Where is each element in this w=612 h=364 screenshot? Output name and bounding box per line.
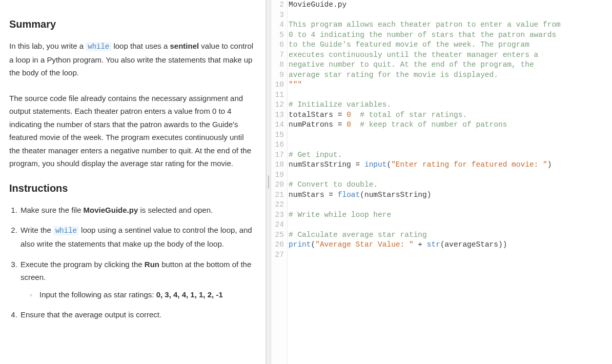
code-token: negative number to quit. At the end of t… [289, 60, 534, 69]
line-number: 3 [271, 10, 284, 21]
code-token: executes continuously until the theater … [289, 51, 538, 59]
code-line[interactable] [289, 250, 612, 260]
code-token: ( [311, 240, 316, 249]
line-number: 17 [271, 150, 284, 160]
instruction-step-3: Execute the program by clicking the Run … [19, 258, 255, 301]
code-line[interactable] [289, 130, 612, 140]
line-number: 6 [271, 40, 284, 50]
line-number: 24 [271, 220, 284, 230]
line-number: 18 [271, 160, 284, 170]
step1-filename: MovieGuide.py [84, 206, 138, 214]
code-line[interactable]: executes continuously until the theater … [289, 50, 612, 60]
code-line[interactable]: numStars = float(numStarsString) [289, 190, 612, 200]
line-number: 15 [271, 130, 284, 140]
code-token: ) [547, 160, 552, 169]
line-number: 2 [271, 0, 284, 10]
line-number-gutter: 2345678910111213141516171819202122232425… [271, 0, 288, 364]
line-number: 20 [271, 180, 284, 190]
code-token: input [364, 160, 387, 169]
code-token: 0 [346, 120, 351, 129]
code-line[interactable]: average star rating for the movie is dis… [289, 70, 612, 80]
line-number: 26 [271, 240, 284, 250]
code-token: = [356, 160, 364, 169]
line-number: 12 [271, 100, 284, 110]
step2-while-code: while [53, 226, 79, 235]
code-line[interactable]: # Get input. [289, 150, 612, 160]
code-line[interactable]: # Calculate average star rating [289, 230, 612, 240]
code-line[interactable] [289, 200, 612, 210]
line-number: 10 [271, 80, 284, 90]
code-token: "Average Star Value: " [315, 240, 413, 249]
line-number: 23 [271, 210, 284, 220]
code-line[interactable]: # Convert to double. [289, 180, 612, 190]
line-number: 27 [271, 250, 284, 260]
code-token: MovieGuide.py [289, 1, 346, 9]
instruction-step-2: Write the while loop using a sentinel va… [19, 224, 255, 250]
code-token: This program allows each theater patron … [289, 21, 561, 29]
line-number: 14 [271, 120, 284, 130]
code-token: + [414, 240, 427, 249]
code-token [351, 120, 360, 129]
grip-icon [268, 175, 269, 189]
step3-run-bold: Run [145, 260, 159, 269]
code-line[interactable] [289, 10, 612, 21]
code-token: 0 to 4 indicating the number of stars th… [289, 31, 556, 39]
code-line[interactable]: # Initialize variables. [289, 100, 612, 110]
code-line[interactable]: numPatrons = 0 # keep track of number of… [289, 120, 612, 130]
code-line[interactable] [289, 140, 612, 150]
code-token: totalStars [289, 111, 338, 119]
code-line[interactable]: print("Average Star Value: " + str(avera… [289, 240, 612, 250]
code-token: numStarsString [364, 191, 427, 199]
step3-subitem: Input the following as star ratings: 0, … [30, 288, 255, 301]
line-number: 13 [271, 110, 284, 120]
code-line[interactable] [289, 90, 612, 100]
step1-a: Make sure the file [21, 206, 84, 214]
step2-a: Write the [21, 226, 53, 234]
summary-paragraph-1: In this lab, you write a while loop that… [9, 39, 255, 79]
line-number: 22 [271, 200, 284, 210]
code-line[interactable]: """ [289, 80, 612, 90]
code-line[interactable]: totalStars = 0 # total of star ratings. [289, 110, 612, 120]
line-number: 19 [271, 170, 284, 180]
code-content[interactable]: MovieGuide.py This program allows each t… [288, 0, 612, 364]
line-number: 4 [271, 20, 284, 30]
code-token: # Get input. [289, 151, 342, 159]
step3-sub-a: Input the following as star ratings: [39, 290, 156, 299]
line-number: 25 [271, 230, 284, 240]
code-line[interactable]: negative number to quit. At the end of t… [289, 60, 612, 70]
step3-a: Execute the program by clicking the [21, 260, 145, 269]
line-number: 21 [271, 190, 284, 200]
code-token: # Initialize variables. [289, 100, 391, 109]
step3-sublist: Input the following as star ratings: 0, … [21, 288, 255, 301]
line-number: 5 [271, 30, 284, 41]
code-token: averageStars [445, 240, 498, 249]
code-token: # Calculate average star rating [289, 231, 427, 239]
code-token: numStarsString [289, 160, 356, 169]
code-token: ( [360, 191, 364, 199]
instructions-heading: Instructions [9, 183, 255, 194]
code-line[interactable]: to the Guide's featured movie of the wee… [289, 40, 612, 50]
code-line[interactable]: This program allows each theater patron … [289, 20, 612, 30]
code-line[interactable]: numStarsString = input("Enter rating for… [289, 160, 612, 170]
instruction-step-1: Make sure the file MovieGuide.py is sele… [19, 204, 255, 217]
p1-text-a: In this lab, you write a [9, 42, 86, 50]
code-line[interactable]: # Write while loop here [289, 210, 612, 220]
code-line[interactable] [289, 170, 612, 180]
code-token: """ [289, 80, 302, 89]
code-line[interactable] [289, 220, 612, 230]
summary-paragraph-2: The source code file already contains th… [9, 92, 255, 170]
code-token: "Enter rating for featured movie: " [391, 160, 547, 169]
code-token: print [289, 240, 311, 249]
code-editor[interactable]: 2345678910111213141516171819202122232425… [271, 0, 612, 364]
code-token: # Write while loop here [289, 211, 391, 219]
panel-resize-handle[interactable] [266, 0, 271, 364]
code-token: # keep track of number of patrons [360, 120, 507, 129]
code-line[interactable]: MovieGuide.py [289, 0, 612, 10]
code-token: float [338, 191, 360, 199]
code-line[interactable]: 0 to 4 indicating the number of stars th… [289, 30, 612, 41]
line-number: 7 [271, 50, 284, 60]
line-number: 8 [271, 60, 284, 70]
code-token: to the Guide's featured movie of the wee… [289, 41, 529, 49]
line-number: 11 [271, 90, 284, 100]
instructions-panel: Summary In this lab, you write a while l… [0, 0, 266, 364]
